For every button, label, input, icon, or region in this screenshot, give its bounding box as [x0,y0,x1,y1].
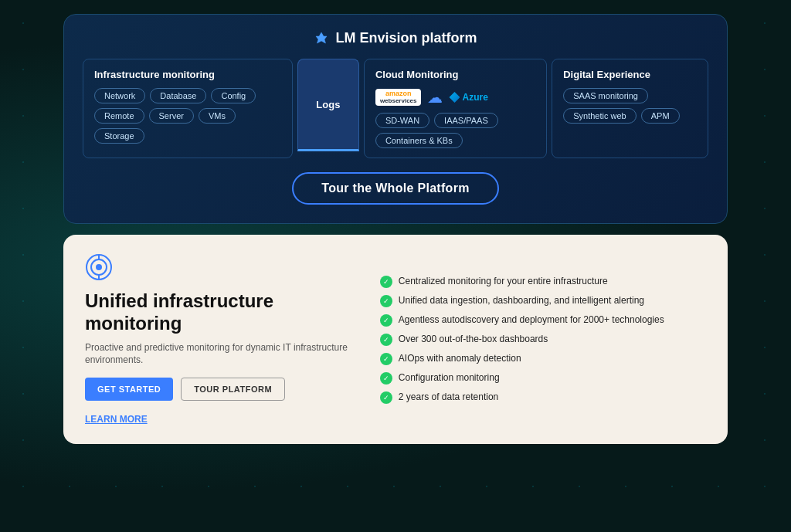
platform-title: LM Envision platform [83,30,708,46]
get-started-button[interactable]: GET STARTED [85,378,173,401]
feature-item: ✓ Unified data ingestion, dashboarding, … [380,294,706,307]
check-icon: ✓ [380,295,392,307]
infra-section: Infrastructure monitoring Network Databa… [83,59,293,158]
tag-saas[interactable]: SAAS monitoring [563,88,648,103]
digital-section: Digital Experience SAAS monitoring Synth… [552,59,708,158]
cloud-icon: ☁ [427,88,443,107]
tag-iaas[interactable]: IAAS/PAAS [434,113,498,128]
feature-item: ✓ Configuration monitoring [380,371,706,385]
check-icon: ✓ [380,314,392,327]
unified-card: Unified infrastructure monitoring Proact… [63,235,728,444]
learn-more-link[interactable]: LEARN MORE [85,414,148,425]
cloud-section: Cloud Monitoring amazon webservices ☁ Az… [364,59,547,158]
check-icon: ✓ [380,372,392,385]
unified-left: Unified infrastructure monitoring Proact… [85,253,357,425]
infra-heading: Infrastructure monitoring [94,69,281,80]
check-icon: ✓ [380,334,392,346]
feature-text: Configuration monitoring [399,371,500,385]
digital-heading: Digital Experience [563,69,697,80]
check-icon: ✓ [380,391,392,404]
feature-item: ✓ Centralized monitoring for your entire… [380,275,706,288]
feature-item: ✓ 2 years of data retention [380,391,706,404]
features-list: ✓ Centralized monitoring for your entire… [380,253,706,425]
tour-platform-button[interactable]: Tour the Whole Platform [292,172,499,205]
platform-card: LM Envision platform Infrastructure moni… [63,14,728,224]
check-icon: ✓ [380,276,392,288]
feature-text: Centralized monitoring for your entire i… [399,275,608,288]
azure-logo-icon: Azure [449,92,487,103]
tag-remote[interactable]: Remote [94,108,144,124]
logs-tab[interactable]: Logs [297,59,359,151]
tag-vms[interactable]: VMs [199,108,236,124]
cloud-tags: SD-WAN IAAS/PAAS Containers & KBs [375,113,535,148]
feature-item: ✓ Over 300 out-of-the-box dashboards [380,333,706,346]
feature-item: ✓ AIOps with anomaly detection [380,352,706,365]
tag-database[interactable]: Database [150,88,206,103]
cloud-heading: Cloud Monitoring [375,69,535,80]
tag-server[interactable]: Server [149,108,194,124]
feature-text: AIOps with anomaly detection [399,352,521,365]
tour-platform-button-secondary[interactable]: TOUR PLATFORM [181,378,285,401]
tag-config[interactable]: Config [211,88,256,103]
sections-row: Infrastructure monitoring Network Databa… [83,59,708,158]
aws-logo-icon: amazon webservices [375,89,422,107]
tag-synthetic-web[interactable]: Synthetic web [563,108,636,124]
tag-sdwan[interactable]: SD-WAN [375,113,429,128]
logs-label: Logs [316,99,340,110]
unified-logo-icon [85,253,113,281]
svg-point-2 [96,264,102,270]
feature-text: 2 years of data retention [399,391,498,404]
check-icon: ✓ [380,353,392,365]
tag-containers[interactable]: Containers & KBs [375,133,463,148]
unified-subtext: Proactive and predictive monitoring for … [85,341,357,368]
feature-text: Over 300 out-of-the-box dashboards [399,333,548,346]
infra-tags: Network Database Config Remote Server VM… [94,88,281,144]
digital-tags: SAAS monitoring Synthetic web APM [563,88,697,124]
feature-text: Unified data ingestion, dashboarding, an… [399,294,644,307]
action-buttons: GET STARTED TOUR PLATFORM [85,378,357,401]
feature-text: Agentless autodiscovery and deployment f… [399,313,664,327]
tag-network[interactable]: Network [94,88,145,103]
main-content: LM Envision platform Infrastructure moni… [0,0,791,532]
tag-storage[interactable]: Storage [94,128,144,144]
cloud-logos: amazon webservices ☁ Azure [375,88,535,107]
feature-item: ✓ Agentless autodiscovery and deployment… [380,313,706,327]
lm-logo-icon [314,31,329,46]
tag-apm[interactable]: APM [641,108,680,124]
unified-heading: Unified infrastructure monitoring [85,290,357,335]
